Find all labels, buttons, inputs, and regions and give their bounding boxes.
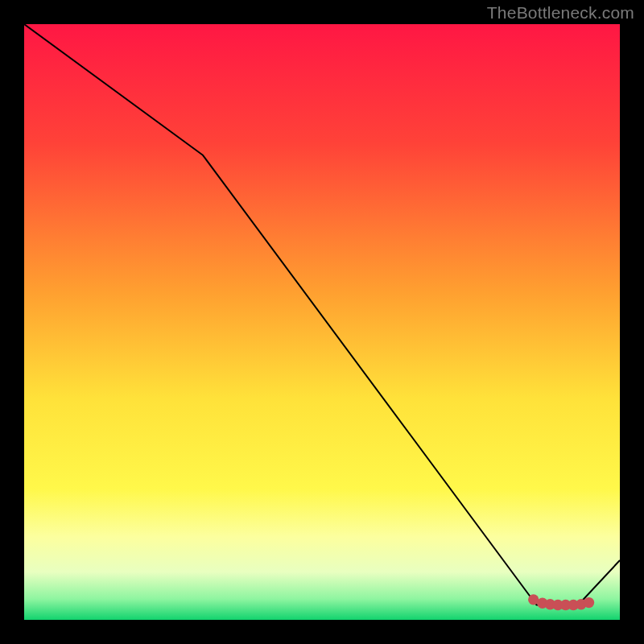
plot-area xyxy=(24,24,620,620)
watermark-text: TheBottleneck.com xyxy=(487,3,634,23)
optimal-marker xyxy=(584,597,594,608)
chart-stage: TheBottleneck.com xyxy=(0,0,644,644)
gradient-background xyxy=(24,24,620,620)
bottleneck-chart xyxy=(24,24,620,620)
